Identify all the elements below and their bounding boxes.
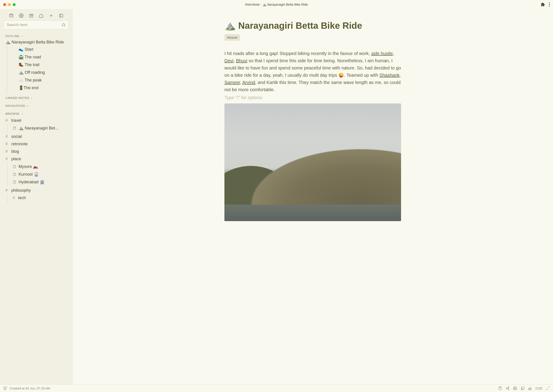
link-arvind[interactable]: Arvind <box>242 80 255 85</box>
expand-icon[interactable] <box>546 386 550 390</box>
browse-section-header[interactable]: BROWSE <box>0 110 72 117</box>
close-window-button[interactable] <box>3 3 6 6</box>
sidebar: OUTLINE ⛰️ Narayanagiri Betta Bike Ride … <box>0 9 72 384</box>
hash-icon: # <box>6 134 8 139</box>
word-count[interactable]: 2155 <box>535 386 542 390</box>
svg-rect-2 <box>59 14 63 17</box>
search-input[interactable] <box>7 23 60 27</box>
save-icon[interactable] <box>513 386 517 390</box>
link-devi[interactable]: Devi <box>224 58 234 63</box>
linked-notes-section-header[interactable]: LINKED NOTES <box>0 94 72 101</box>
extensions-icon[interactable] <box>541 2 545 7</box>
outline-item[interactable]: 👟 Start <box>16 45 72 53</box>
editor-pane[interactable]: ⛰️ Narayanagiri Betta Bike Ride #travel … <box>72 9 553 384</box>
settings-button[interactable] <box>19 13 24 18</box>
share-icon[interactable] <box>506 386 510 390</box>
window-title: RetroNote - ⛰️ Narayanagiri Betta Bike R… <box>0 3 553 6</box>
document-icon <box>13 126 16 130</box>
outline-item[interactable]: ⛰️ Off roading <box>16 69 72 76</box>
slash-command-placeholder[interactable]: Type "/" for options <box>224 95 401 100</box>
created-timestamp: Created at 04 Jun, 07:29 AM <box>10 386 50 390</box>
window-titlebar: RetroNote - ⛰️ Narayanagiri Betta Bike R… <box>0 0 553 9</box>
maximize-window-button[interactable] <box>13 3 16 6</box>
shield-icon[interactable] <box>3 386 7 390</box>
status-bar: Created at 04 Jun, 07:29 AM ab 2155 <box>0 384 553 392</box>
hash-icon: # <box>13 196 15 200</box>
document-icon <box>13 165 16 169</box>
chevron-up-icon <box>21 35 24 38</box>
browse-list: #travel ⛰️ Narayanagiri Bet... #social #… <box>0 117 72 205</box>
search-icon <box>62 23 66 27</box>
svg-point-5 <box>506 388 507 389</box>
page-item[interactable]: ⛰️ Narayanagiri Bet... <box>10 124 72 132</box>
link-side-hustle[interactable]: side hustle <box>371 51 393 56</box>
files-icon[interactable] <box>521 386 525 390</box>
svg-point-4 <box>508 386 509 387</box>
document-title[interactable]: ⛰️ Narayanagiri Betta Bike Ride <box>224 20 401 31</box>
svg-rect-1 <box>29 14 33 17</box>
new-note-button[interactable] <box>49 13 54 18</box>
search-box[interactable] <box>4 20 69 29</box>
hash-icon: # <box>6 149 8 154</box>
document-icon <box>13 180 16 184</box>
tag-pill-travel[interactable]: #travel <box>224 34 240 41</box>
hash-icon: # <box>6 118 8 123</box>
page-item[interactable]: Kurnool 🎡 <box>10 170 72 178</box>
navigation-section-header[interactable]: NAVIGATION <box>0 102 72 109</box>
tag-place[interactable]: #place <box>0 155 72 163</box>
ab-toggle[interactable]: ab <box>528 386 532 390</box>
link-sameer[interactable]: Sameer <box>224 80 240 85</box>
paragraph[interactable]: I hit roads after a long gap! Stopped bi… <box>224 50 401 93</box>
calendar-button[interactable] <box>29 13 34 18</box>
outline-item[interactable]: 🚦The end <box>16 84 72 92</box>
outline-root-item[interactable]: ⛰️ Narayanagiri Betta Bike Ride <box>0 39 72 45</box>
tag-social[interactable]: #social <box>0 133 72 140</box>
sidebar-toolbar <box>0 9 72 20</box>
chevron-down-icon <box>31 97 33 99</box>
outline-item[interactable]: 🥾 The trail <box>16 61 72 69</box>
traffic-lights <box>3 3 16 6</box>
document-icon <box>13 172 16 176</box>
hash-icon: # <box>6 188 8 193</box>
tag-blog[interactable]: #blog <box>0 148 72 155</box>
minimize-window-button[interactable] <box>8 3 11 6</box>
link-shashank[interactable]: Shashank <box>380 73 400 78</box>
page-item[interactable]: Hyderabad 🏛️ <box>10 178 72 186</box>
chevron-down-icon <box>27 105 29 107</box>
outline-item[interactable]: 🛣️ The road <box>16 53 72 61</box>
tag-philosophy[interactable]: #philosophy <box>0 187 72 194</box>
home-button[interactable] <box>39 13 44 18</box>
inbox-button[interactable] <box>9 13 14 18</box>
trash-icon[interactable] <box>498 386 502 390</box>
outline-item[interactable]: ☁️ The peak <box>16 76 72 84</box>
svg-point-3 <box>62 24 65 26</box>
svg-point-6 <box>508 389 509 390</box>
hash-icon: # <box>6 142 8 147</box>
svg-rect-7 <box>522 387 524 389</box>
tag-travel[interactable]: #travel <box>0 117 72 124</box>
chevron-up-icon <box>21 112 24 115</box>
tag-tech[interactable]: #tech <box>10 194 72 202</box>
outline-section-header[interactable]: OUTLINE <box>0 33 72 39</box>
tag-retronote[interactable]: #retronote <box>0 140 72 148</box>
page-item[interactable]: Mysore 🏍️ <box>10 163 72 170</box>
toggle-sidebar-button[interactable] <box>59 13 64 18</box>
outline-list: 👟 Start 🛣️ The road 🥾 The trail ⛰️ Off r… <box>7 45 72 94</box>
more-menu-icon[interactable] <box>549 2 550 7</box>
svg-point-0 <box>21 15 22 16</box>
link-bhuvi[interactable]: Bhuvi <box>236 58 247 63</box>
hash-icon: # <box>6 157 8 161</box>
hero-image[interactable] <box>224 104 401 221</box>
